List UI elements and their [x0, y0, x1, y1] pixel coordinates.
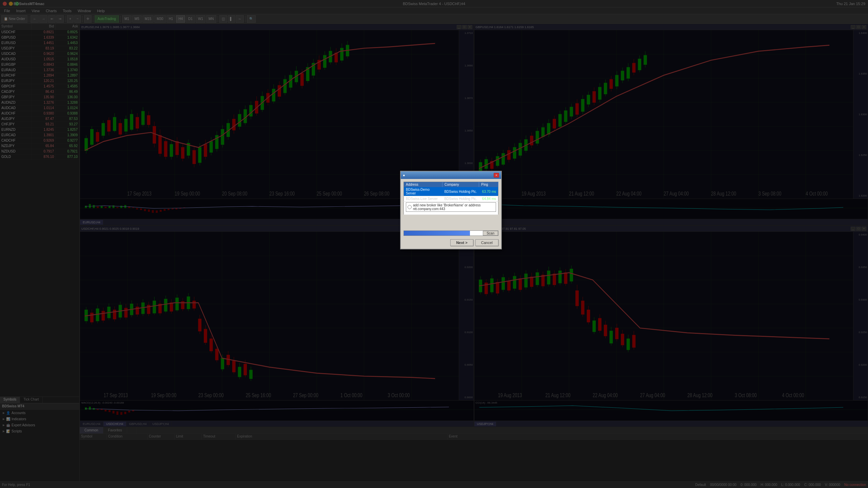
modal-close-btn[interactable]: × — [494, 173, 499, 178]
table-col-ping: Ping — [479, 182, 498, 187]
modal-titlebar: ● × — [401, 171, 501, 179]
broker-add-cell: add new broker like 'BrokerName' or addr… — [404, 202, 498, 215]
progress-area: Scan — [403, 230, 498, 236]
broker-demo-company: BDSwiss Holding Plc. — [442, 187, 479, 196]
add-broker-text: add new broker like 'BrokerName' or addr… — [413, 203, 494, 211]
broker-live-ping: 64.84 ms — [479, 196, 498, 202]
modal-action-buttons: Next > Cancel — [403, 238, 498, 246]
cancel-button[interactable]: Cancel — [475, 239, 498, 246]
scan-button[interactable]: Scan — [483, 231, 498, 236]
broker-live-address: BDSwiss-Live Server — [404, 196, 442, 202]
modal-title: ● — [403, 173, 405, 177]
broker-table: Address Company Ping BDSwiss-Demo Server… — [403, 182, 498, 215]
table-col-company: Company — [442, 182, 479, 187]
next-button[interactable]: Next > — [450, 239, 473, 246]
broker-row-demo[interactable]: BDSwiss-Demo Server BDSwiss Holding Plc.… — [404, 187, 498, 196]
progress-fill — [404, 231, 470, 236]
table-col-address: Address — [404, 182, 442, 187]
broker-live-company: BDSwiss Holding Plc. — [442, 196, 479, 202]
broker-demo-address: BDSwiss-Demo Server — [404, 187, 442, 196]
progress-bar: Scan — [403, 230, 498, 236]
login-dialog: ● × Address Company Ping BDSwiss-Demo Se… — [400, 171, 502, 249]
broker-row-add[interactable]: add new broker like 'BrokerName' or addr… — [404, 202, 498, 215]
modal-body: Address Company Ping BDSwiss-Demo Server… — [401, 179, 501, 249]
modal-overlay: ● × Address Company Ping BDSwiss-Demo Se… — [0, 0, 868, 488]
modal-spacer — [403, 217, 498, 230]
add-broker-radio[interactable] — [408, 205, 412, 209]
broker-row-live[interactable]: BDSwiss-Live Server BDSwiss Holding Plc.… — [404, 196, 498, 202]
broker-demo-ping: 63.70 ms — [479, 187, 498, 196]
add-broker-row: add new broker like 'BrokerName' or addr… — [406, 202, 496, 212]
